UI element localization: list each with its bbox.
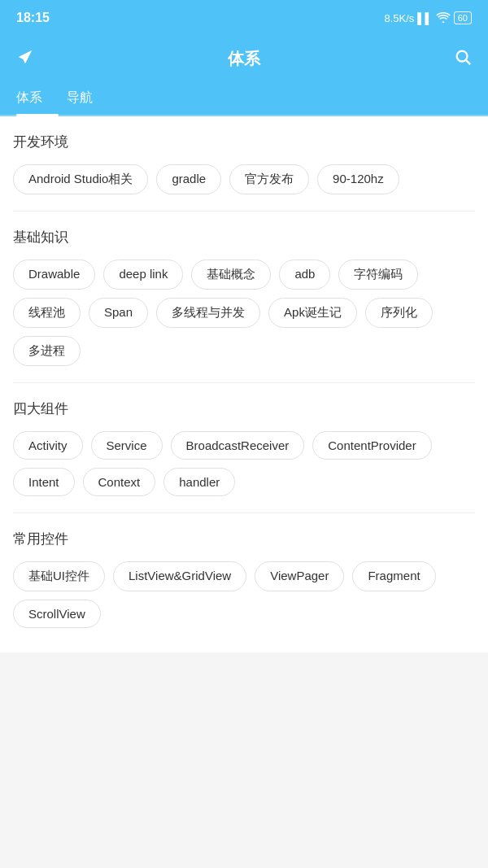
tag-handler[interactable]: handler [163, 468, 235, 496]
section-basics: 基础知识 Drawable deep link 基础概念 adb 字符编码 线程… [13, 212, 475, 374]
tag-gradle[interactable]: gradle [156, 164, 221, 194]
tag-thread-pool[interactable]: 线程池 [13, 298, 81, 328]
tag-90-120hz[interactable]: 90-120hz [317, 164, 399, 194]
page-title: 体系 [228, 48, 260, 70]
tags-common-controls: 基础UI控件 ListView&GridView ViewPager Fragm… [13, 561, 475, 628]
signal-icon: ▌▌ [417, 12, 432, 24]
tags-dev-env: Android Studio相关 gradle 官方发布 90-120hz [13, 164, 475, 194]
section-common-controls: 常用控件 基础UI控件 ListView&GridView ViewPager … [13, 513, 475, 636]
tag-intent[interactable]: Intent [13, 468, 75, 496]
tag-multiprocess[interactable]: 多进程 [13, 336, 81, 366]
tag-listview[interactable]: ListView&GridView [113, 561, 246, 591]
tag-context[interactable]: Context [83, 468, 156, 496]
app-header: 体系 [0, 36, 488, 81]
back-button[interactable] [16, 48, 34, 70]
section-dev-env-title: 开发环境 [13, 133, 475, 151]
tab-bar: 体系 导航 [0, 81, 488, 116]
tag-viewpager[interactable]: ViewPager [255, 561, 344, 591]
battery-icon: 60 [454, 11, 472, 24]
status-bar: 18:15 8.5K/s ▌▌ 60 [0, 0, 488, 36]
tag-encoding[interactable]: 字符编码 [338, 260, 418, 290]
tag-basic-concept[interactable]: 基础概念 [191, 260, 271, 290]
tag-android-studio[interactable]: Android Studio相关 [13, 164, 148, 194]
tag-drawable[interactable]: Drawable [13, 260, 95, 290]
svg-line-1 [466, 60, 470, 64]
tag-apk[interactable]: Apk诞生记 [268, 298, 357, 328]
status-time: 18:15 [16, 11, 50, 25]
tag-basic-ui[interactable]: 基础UI控件 [13, 561, 105, 591]
section-four-components-title: 四大组件 [13, 399, 475, 418]
tag-multithread[interactable]: 多线程与并发 [156, 298, 260, 328]
tab-tixing[interactable]: 体系 [16, 81, 59, 115]
tag-scrollview[interactable]: ScrollView [13, 600, 101, 628]
wifi-icon [436, 11, 451, 25]
tag-serialize[interactable]: 序列化 [365, 298, 433, 328]
tag-span[interactable]: Span [89, 298, 148, 328]
tag-official[interactable]: 官方发布 [229, 164, 309, 194]
network-speed: 8.5K/s [384, 12, 414, 24]
status-icons: 8.5K/s ▌▌ 60 [384, 11, 472, 25]
tags-basics: Drawable deep link 基础概念 adb 字符编码 线程池 Spa… [13, 260, 475, 366]
section-four-components: 四大组件 Activity Service BroadcastReceiver … [13, 383, 475, 504]
tab-daohang[interactable]: 导航 [67, 81, 109, 115]
search-button[interactable] [454, 48, 472, 70]
tag-service[interactable]: Service [91, 431, 163, 460]
tag-adb[interactable]: adb [279, 260, 330, 290]
tag-fragment[interactable]: Fragment [352, 561, 435, 591]
section-basics-title: 基础知识 [13, 228, 475, 246]
tag-activity[interactable]: Activity [13, 431, 83, 460]
tag-content-provider[interactable]: ContentProvider [312, 431, 431, 460]
main-content: 开发环境 Android Studio相关 gradle 官方发布 90-120… [0, 116, 488, 652]
svg-point-0 [457, 50, 468, 61]
section-common-controls-title: 常用控件 [13, 530, 475, 548]
tags-four-components: Activity Service BroadcastReceiver Conte… [13, 431, 475, 496]
tag-deeplink[interactable]: deep link [103, 260, 183, 290]
section-dev-env: 开发环境 Android Studio相关 gradle 官方发布 90-120… [13, 116, 475, 203]
tag-broadcast[interactable]: BroadcastReceiver [171, 431, 305, 460]
